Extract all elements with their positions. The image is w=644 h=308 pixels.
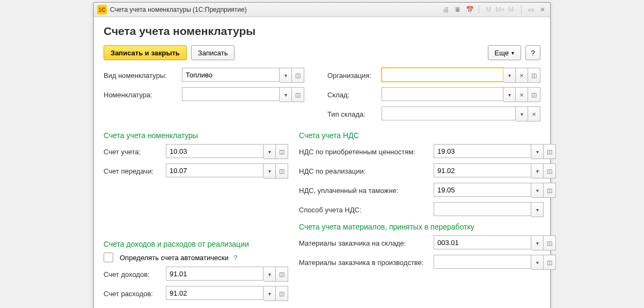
vat-sales-combo bbox=[434, 163, 556, 178]
mat-prod-open-icon[interactable] bbox=[544, 255, 556, 270]
acct-input[interactable] bbox=[166, 144, 264, 158]
close-icon[interactable]: ✕ bbox=[538, 5, 547, 14]
income-open-icon[interactable] bbox=[276, 267, 288, 282]
toolbar: Записать и закрыть Записать Еще ▾ ? bbox=[104, 45, 540, 60]
kind-dropdown-icon[interactable] bbox=[280, 68, 292, 83]
acct-combo bbox=[166, 144, 288, 159]
mat-stock-input[interactable] bbox=[434, 235, 531, 249]
mat-stock-label: Материалы заказчика на складе: bbox=[299, 239, 430, 247]
vat-sales-open-icon[interactable] bbox=[544, 163, 556, 178]
transfer-open-icon[interactable] bbox=[276, 163, 288, 178]
chevron-down-icon: ▾ bbox=[511, 50, 514, 56]
vat-method-combo bbox=[434, 202, 544, 217]
expense-combo bbox=[166, 286, 288, 301]
mat-prod-input[interactable] bbox=[434, 255, 531, 269]
expense-open-icon[interactable] bbox=[276, 286, 288, 301]
app-logo: 1C bbox=[97, 5, 107, 15]
org-dropdown-icon[interactable] bbox=[503, 68, 516, 83]
calculator-icon[interactable]: 🖩 bbox=[453, 5, 462, 14]
save-button[interactable]: Записать bbox=[191, 45, 235, 60]
calendar-icon[interactable]: 📅 bbox=[465, 5, 474, 14]
warehouse-type-input[interactable] bbox=[382, 106, 516, 120]
more-label: Еще bbox=[495, 49, 509, 57]
nomenclature-open-icon[interactable] bbox=[292, 87, 304, 102]
vat-customs-label: НДС, уплаченный на таможне: bbox=[299, 187, 430, 195]
warehouse-dropdown-icon[interactable] bbox=[503, 87, 516, 102]
more-button[interactable]: Еще ▾ bbox=[488, 45, 521, 60]
vat-purchase-label: НДС по приобретенным ценностям: bbox=[299, 148, 430, 156]
warehouse-label: Склад: bbox=[327, 91, 378, 99]
income-label: Счет доходов: bbox=[104, 270, 163, 278]
titlebar: 1C Счета учета номенклатуры (1С:Предприя… bbox=[94, 3, 550, 17]
warehouse-type-clear-icon[interactable] bbox=[528, 106, 540, 121]
nomenclature-input[interactable] bbox=[182, 87, 280, 101]
sec3-title: Счета доходов и расходов от реализации bbox=[104, 240, 288, 248]
auto-row: Определять счета автоматически ? bbox=[104, 253, 288, 262]
auto-help-icon[interactable]: ? bbox=[232, 254, 238, 262]
col-left: Счета учета номенклатуры Счет учета: Сче… bbox=[104, 126, 288, 305]
income-dropdown-icon[interactable] bbox=[264, 267, 276, 282]
warehouse-clear-icon[interactable] bbox=[516, 87, 528, 102]
vat-customs-dropdown-icon[interactable] bbox=[531, 183, 544, 198]
kind-open-icon[interactable] bbox=[292, 68, 304, 83]
vat-sales-input[interactable] bbox=[434, 163, 531, 177]
kind-input[interactable] bbox=[182, 68, 280, 82]
vat-sales-label: НДС по реализации: bbox=[299, 167, 430, 175]
expense-input[interactable] bbox=[166, 286, 264, 300]
warehouse-open-icon[interactable] bbox=[528, 87, 540, 102]
vat-purchase-input[interactable] bbox=[434, 144, 531, 158]
vat-method-input[interactable] bbox=[434, 202, 531, 216]
nomenclature-dropdown-icon[interactable] bbox=[280, 87, 292, 102]
transfer-combo bbox=[166, 163, 288, 178]
kind-combo bbox=[182, 68, 304, 83]
income-input[interactable] bbox=[166, 267, 264, 281]
org-clear-icon[interactable] bbox=[516, 68, 528, 83]
acct-dropdown-icon[interactable] bbox=[264, 144, 276, 159]
vat-sales-dropdown-icon[interactable] bbox=[531, 163, 544, 178]
kind-label: Вид номенклатуры: bbox=[104, 71, 179, 80]
content: Счета учета номенклатуры Записать и закр… bbox=[94, 17, 550, 308]
mat-stock-open-icon[interactable] bbox=[544, 235, 556, 250]
vat-purchase-open-icon[interactable] bbox=[544, 144, 556, 159]
auto-checkbox[interactable] bbox=[104, 253, 113, 262]
filter-right: Организация: Склад: bbox=[327, 68, 540, 126]
col-right: Счета учета НДС НДС по приобретенным цен… bbox=[299, 126, 556, 305]
acct-open-icon[interactable] bbox=[276, 144, 288, 159]
warehouse-type-dropdown-icon[interactable] bbox=[516, 106, 528, 121]
org-open-icon[interactable] bbox=[528, 68, 540, 83]
filter-section: Вид номенклатуры: Номенклатура: bbox=[104, 68, 540, 126]
vat-purchase-dropdown-icon[interactable] bbox=[531, 144, 544, 159]
sec4-title: Счета учета материалов, принятых в перер… bbox=[299, 223, 556, 231]
sec1-title: Счета учета номенклатуры bbox=[104, 131, 288, 140]
acct-label: Счет учета: bbox=[104, 148, 163, 156]
mat-prod-combo bbox=[434, 255, 556, 270]
help-button[interactable]: ? bbox=[525, 45, 540, 60]
window-title: Счета учета номенклатуры (1С:Предприятие… bbox=[110, 6, 442, 13]
expense-dropdown-icon[interactable] bbox=[264, 286, 276, 301]
nomenclature-label: Номенклатура: bbox=[104, 91, 179, 99]
vat-customs-combo bbox=[434, 183, 556, 198]
mat-prod-dropdown-icon[interactable] bbox=[531, 255, 544, 270]
vat-customs-open-icon[interactable] bbox=[544, 183, 556, 198]
transfer-dropdown-icon[interactable] bbox=[264, 163, 276, 178]
body-columns: Счета учета номенклатуры Счет учета: Сче… bbox=[104, 126, 540, 305]
vat-customs-input[interactable] bbox=[434, 183, 531, 197]
mem-m[interactable]: M bbox=[484, 5, 493, 14]
minimize-icon[interactable]: ▭ bbox=[526, 5, 535, 14]
vat-method-dropdown-icon[interactable] bbox=[531, 202, 544, 217]
print-icon[interactable]: 🖨 bbox=[442, 5, 450, 14]
page-title: Счета учета номенклатуры bbox=[104, 25, 540, 38]
mem-mplus[interactable]: M+ bbox=[496, 5, 504, 14]
income-combo bbox=[166, 267, 288, 282]
app-window: 1C Счета учета номенклатуры (1С:Предприя… bbox=[93, 2, 551, 308]
warehouse-input[interactable] bbox=[382, 87, 503, 101]
mem-mminus[interactable]: M- bbox=[508, 5, 516, 14]
warehouse-type-combo bbox=[382, 106, 540, 121]
mat-stock-combo bbox=[434, 235, 556, 250]
mat-stock-dropdown-icon[interactable] bbox=[531, 235, 544, 250]
org-input[interactable] bbox=[382, 68, 503, 82]
transfer-input[interactable] bbox=[166, 163, 264, 177]
org-label: Организация: bbox=[327, 71, 378, 80]
transfer-label: Счет передачи: bbox=[104, 167, 163, 175]
save-close-button[interactable]: Записать и закрыть bbox=[104, 45, 187, 60]
